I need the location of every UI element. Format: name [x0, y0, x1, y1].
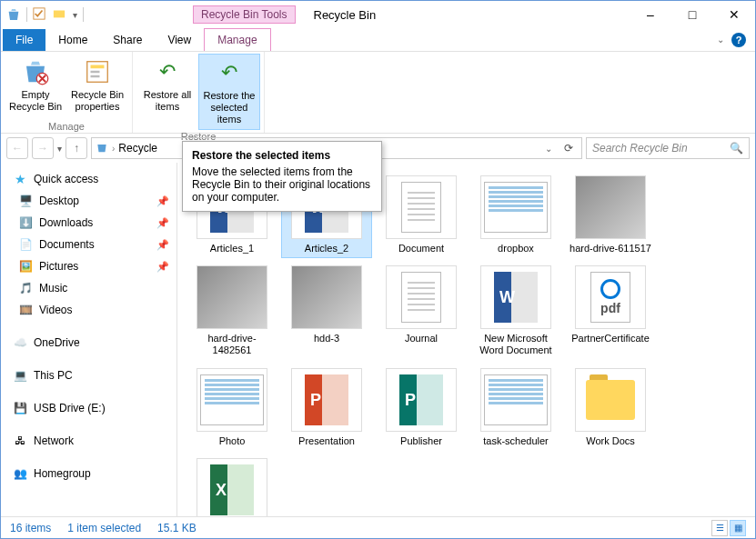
file-item[interactable]: hard-drive-611517 [565, 172, 656, 258]
file-item[interactable]: Work Docs [565, 364, 656, 451]
qat-dropdown-icon[interactable]: ▾ [73, 10, 77, 20]
nav-history-dropdown[interactable]: ▾ [57, 144, 62, 154]
file-item[interactable]: Photo [186, 364, 277, 451]
tab-share[interactable]: Share [100, 29, 155, 51]
status-item-count: 16 items [10, 522, 51, 534]
file-name-label: task-scheduler [483, 435, 549, 447]
svg-rect-6 [91, 75, 100, 78]
file-thumbnail: pdf [575, 265, 646, 329]
tab-view[interactable]: View [155, 29, 204, 51]
ribbon-collapse-icon[interactable]: ⌄ [717, 35, 724, 45]
view-large-icons-button[interactable]: ▦ [730, 520, 746, 536]
tab-manage[interactable]: Manage [204, 28, 270, 51]
empty-recycle-bin-button[interactable]: Empty Recycle Bin [5, 54, 66, 120]
empty-recycle-bin-label: Empty Recycle Bin [6, 89, 65, 113]
help-icon[interactable]: ? [731, 33, 746, 47]
sidebar-item-downloads[interactable]: ⬇️Downloads📌 [1, 212, 176, 234]
file-item[interactable]: pdfPartnerCertificate [565, 262, 656, 360]
sidebar-item-documents[interactable]: 📄Documents📌 [1, 234, 176, 255]
videos-icon: 🎞️ [17, 304, 34, 316]
file-item[interactable]: Document [376, 172, 467, 258]
sidebar-item-music[interactable]: 🎵Music [1, 277, 176, 299]
sidebar-item-desktop[interactable]: 🖥️Desktop📌 [1, 190, 176, 212]
restore-all-items-button[interactable]: ↶ Restore all items [136, 54, 198, 130]
file-item[interactable]: hard-drive-1482561 [186, 262, 277, 360]
view-details-button[interactable]: ☰ [711, 520, 728, 536]
title-bar: ▾ Recycle Bin Tools Recycle Bin – □ ✕ [1, 1, 755, 28]
nav-forward-button[interactable]: → [32, 137, 54, 159]
breadcrumb-separator-icon: › [112, 144, 115, 154]
search-input[interactable]: Search Recycle Bin 🔍 [586, 137, 750, 159]
desktop-icon: 🖥️ [17, 195, 34, 207]
contextual-tools-label: Recycle Bin Tools [193, 5, 296, 24]
restore-all-items-label: Restore all items [138, 89, 197, 113]
status-bar: 16 items 1 item selected 15.1 KB ☰ ▦ [1, 516, 755, 538]
window-title: Recycle Bin [314, 8, 377, 22]
recycle-bin-properties-button[interactable]: Recycle Bin properties [66, 54, 128, 120]
file-item[interactable]: task-scheduler [470, 364, 561, 451]
file-name-label: Document [398, 243, 444, 255]
sidebar-item-usb-drive[interactable]: 💾USB Drive (E:) [1, 397, 176, 419]
navigation-sidebar: ★Quick access 🖥️Desktop📌 ⬇️Downloads📌 📄D… [1, 163, 177, 516]
file-item[interactable]: Journal [376, 262, 467, 360]
sidebar-item-onedrive[interactable]: ☁️OneDrive [1, 332, 176, 354]
status-selected-count: 1 item selected [67, 522, 141, 534]
recycle-bin-icon [6, 7, 21, 22]
file-thumbnail [291, 265, 362, 329]
tooltip-title: Restore the selected items [192, 149, 372, 162]
maximize-button[interactable]: □ [671, 1, 713, 28]
file-name-label: Presentation [298, 435, 355, 447]
pictures-icon: 🖼️ [17, 260, 34, 273]
file-item[interactable]: hdd-3 [281, 262, 372, 360]
file-thumbnail [386, 175, 457, 239]
minimize-button[interactable]: – [630, 1, 671, 28]
nav-back-button[interactable]: ← [6, 137, 28, 159]
status-selected-size: 15.1 KB [157, 522, 197, 534]
file-thumbnail [386, 265, 457, 329]
file-item[interactable]: Publisher [376, 364, 467, 451]
recycle-bin-properties-label: Recycle Bin properties [68, 89, 126, 113]
restore-selected-items-label: Restore the selected items [201, 90, 257, 126]
file-thumbnail [197, 458, 267, 516]
usb-icon: 💾 [12, 402, 28, 414]
tooltip: Restore the selected items Move the sele… [182, 141, 382, 212]
file-thumbnail [480, 175, 551, 239]
tab-file[interactable]: File [3, 29, 45, 51]
search-placeholder: Search Recycle Bin [592, 142, 688, 155]
network-icon: 🖧 [12, 434, 28, 447]
tab-home[interactable]: Home [45, 29, 100, 51]
file-name-label: New Microsoft Word Document [474, 333, 558, 356]
file-thumbnail [291, 368, 362, 432]
file-thumbnail [575, 175, 646, 239]
ribbon-body: Empty Recycle Bin Recycle Bin properties… [1, 52, 755, 134]
qat-save-icon[interactable] [33, 7, 47, 22]
sidebar-item-homegroup[interactable]: 👥Homegroup [1, 463, 176, 484]
file-name-label: Work Docs [586, 435, 635, 447]
star-icon: ★ [12, 172, 28, 186]
file-item[interactable]: New Microsoft Word Document [470, 262, 561, 360]
file-thumbnail [197, 265, 267, 329]
close-button[interactable]: ✕ [713, 1, 755, 28]
file-item[interactable]: Worksheet [186, 454, 277, 516]
recycle-bin-icon [96, 141, 108, 156]
sidebar-item-quick-access[interactable]: ★Quick access [1, 168, 176, 190]
breadcrumb[interactable]: Recycle [118, 142, 157, 155]
refresh-icon[interactable]: ⟳ [559, 139, 578, 157]
file-name-label: Photo [219, 435, 246, 447]
pin-icon: 📌 [156, 261, 169, 273]
file-list[interactable]: Articles_1Articles_2Documentdropboxhard-… [177, 163, 755, 516]
file-name-label: hdd-3 [314, 333, 339, 344]
documents-icon: 📄 [17, 238, 34, 251]
restore-selected-items-button[interactable]: ↶ Restore the selected items [198, 54, 260, 130]
sidebar-item-this-pc[interactable]: 💻This PC [1, 364, 176, 386]
sidebar-item-pictures[interactable]: 🖼️Pictures📌 [1, 255, 176, 277]
qat-folder-icon[interactable] [53, 7, 67, 22]
pin-icon: 📌 [156, 239, 169, 251]
address-dropdown-icon[interactable]: ⌄ [539, 139, 558, 157]
file-item[interactable]: Presentation [281, 364, 372, 451]
file-item[interactable]: dropbox [470, 172, 561, 258]
sidebar-item-videos[interactable]: 🎞️Videos [1, 299, 176, 321]
downloads-icon: ⬇️ [17, 216, 34, 229]
nav-up-button[interactable]: ↑ [66, 137, 87, 159]
sidebar-item-network[interactable]: 🖧Network [1, 430, 176, 452]
